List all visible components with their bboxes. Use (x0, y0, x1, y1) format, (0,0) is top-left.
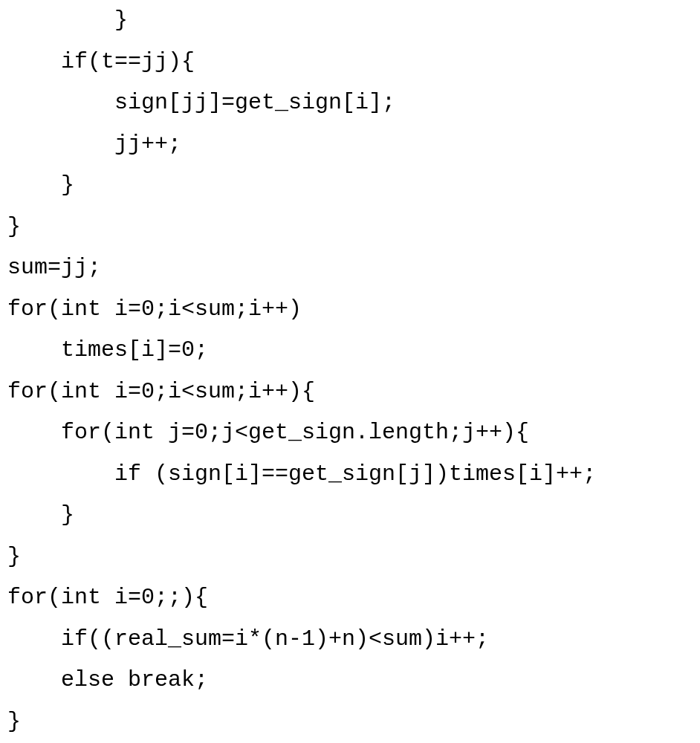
code-block: } if(t==jj){ sign[jj]=get_sign[i]; jj++;… (0, 0, 700, 742)
